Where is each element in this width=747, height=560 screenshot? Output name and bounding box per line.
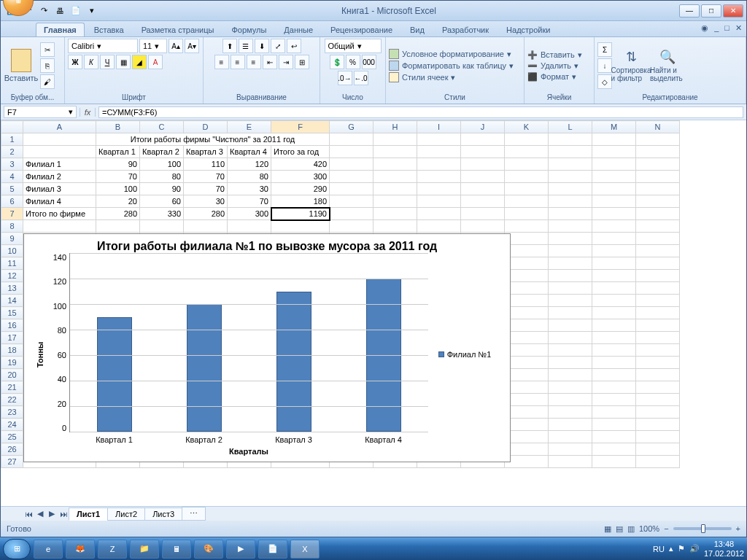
cell[interactable] <box>636 332 680 344</box>
cell[interactable]: 90 <box>140 183 184 195</box>
cell[interactable]: Итого по фирме <box>23 208 96 220</box>
col-header-J[interactable]: J <box>461 121 505 133</box>
cell[interactable]: 280 <box>184 208 228 220</box>
cell[interactable]: 110 <box>184 158 228 171</box>
cell[interactable] <box>549 195 592 208</box>
cell[interactable] <box>549 381 592 394</box>
col-header-L[interactable]: L <box>549 121 592 133</box>
row-header-24[interactable]: 24 <box>1 419 23 431</box>
embedded-chart[interactable]: Итоги работы филиала №1 по вывозке мусор… <box>23 233 511 462</box>
taskbar-app-icon[interactable]: Z <box>98 540 127 559</box>
cell[interactable] <box>549 319 592 332</box>
cell[interactable] <box>549 183 592 195</box>
cell[interactable]: 330 <box>140 208 184 220</box>
print-icon[interactable]: 🖶 <box>53 4 66 18</box>
cell[interactable]: Квартал 3 <box>184 146 228 158</box>
cell[interactable] <box>505 394 549 406</box>
paste-button[interactable]: Вставить <box>4 49 39 82</box>
cell[interactable] <box>636 419 680 431</box>
cell[interactable] <box>636 220 680 233</box>
cell[interactable] <box>505 443 549 456</box>
grow-font-icon[interactable]: A▴ <box>169 39 183 53</box>
cell[interactable] <box>636 195 680 208</box>
cell[interactable] <box>417 171 461 183</box>
cell[interactable] <box>549 133 592 146</box>
col-header-C[interactable]: C <box>140 121 184 133</box>
cell[interactable] <box>505 245 549 257</box>
cell[interactable] <box>592 220 636 233</box>
cell[interactable] <box>636 443 680 456</box>
cell[interactable] <box>461 183 505 195</box>
row-header-21[interactable]: 21 <box>1 381 23 394</box>
view-pagebreak-icon[interactable]: ▥ <box>627 524 635 534</box>
cell[interactable] <box>461 195 505 208</box>
cell[interactable] <box>505 133 549 146</box>
row-header-20[interactable]: 20 <box>1 369 23 381</box>
taskbar-excel-icon[interactable]: X <box>290 540 320 559</box>
currency-icon[interactable]: 💲 <box>330 55 344 69</box>
cell[interactable] <box>549 357 592 369</box>
cell[interactable] <box>461 158 505 171</box>
orientation-icon[interactable]: ⤢ <box>271 39 285 53</box>
row-header-26[interactable]: 26 <box>1 443 23 456</box>
cell[interactable] <box>636 431 680 443</box>
cell[interactable]: Филиал 1 <box>23 158 96 171</box>
cell[interactable] <box>549 369 592 381</box>
name-box[interactable]: F7▾ <box>4 106 77 118</box>
minimize-button[interactable]: — <box>679 4 700 18</box>
row-header-10[interactable]: 10 <box>1 245 23 257</box>
tab-view[interactable]: Вид <box>402 23 433 36</box>
cell[interactable] <box>549 443 592 456</box>
cell[interactable] <box>271 220 330 233</box>
cell[interactable] <box>505 419 549 431</box>
cell[interactable] <box>330 208 374 220</box>
row-header-3[interactable]: 3 <box>1 158 23 171</box>
cell[interactable] <box>417 183 461 195</box>
cell[interactable] <box>592 183 636 195</box>
shrink-font-icon[interactable]: A▾ <box>185 39 199 53</box>
cell[interactable] <box>505 220 549 233</box>
cell[interactable] <box>330 146 374 158</box>
cell[interactable] <box>636 381 680 394</box>
cell[interactable] <box>505 456 549 468</box>
border-icon[interactable]: ▦ <box>116 55 131 69</box>
row-header-9[interactable]: 9 <box>1 233 23 245</box>
delete-cells-button[interactable]: ➖ Удалить ▾ <box>527 61 582 71</box>
cell[interactable] <box>505 319 549 332</box>
cell[interactable] <box>374 183 417 195</box>
cell[interactable]: 20 <box>96 195 140 208</box>
tab-data[interactable]: Данные <box>276 23 321 36</box>
cell[interactable] <box>636 208 680 220</box>
cell[interactable] <box>592 195 636 208</box>
taskbar-explorer-icon[interactable]: 📁 <box>130 540 159 559</box>
cell[interactable]: 30 <box>184 195 228 208</box>
cell[interactable] <box>592 319 636 332</box>
cell[interactable] <box>330 220 374 233</box>
cell[interactable] <box>592 332 636 344</box>
align-top-icon[interactable]: ⬆ <box>222 39 237 53</box>
cell[interactable]: 100 <box>96 183 140 195</box>
zoom-out-icon[interactable]: − <box>664 524 668 533</box>
cell[interactable] <box>417 220 461 233</box>
cell[interactable] <box>330 171 374 183</box>
cell[interactable] <box>636 319 680 332</box>
cell[interactable] <box>549 208 592 220</box>
tab-insert[interactable]: Вставка <box>86 23 132 36</box>
cell[interactable] <box>461 146 505 158</box>
quickprint-icon[interactable]: 📄 <box>69 4 82 18</box>
cell[interactable]: 420 <box>271 158 330 171</box>
row-header-25[interactable]: 25 <box>1 431 23 443</box>
taskbar-calc-icon[interactable]: 🖩 <box>162 540 191 559</box>
cell[interactable] <box>461 133 505 146</box>
cell[interactable]: 80 <box>228 171 271 183</box>
cell[interactable] <box>636 158 680 171</box>
cell[interactable] <box>505 431 549 443</box>
cell[interactable] <box>592 133 636 146</box>
cell[interactable] <box>592 456 636 468</box>
fill-icon[interactable]: ↓ <box>597 58 612 73</box>
cell[interactable] <box>549 282 592 295</box>
conditional-formatting-button[interactable]: Условное форматирование ▾ <box>389 49 514 59</box>
tray-flag-icon[interactable]: ⚑ <box>678 544 685 553</box>
cell[interactable] <box>592 431 636 443</box>
cell[interactable] <box>505 381 549 394</box>
